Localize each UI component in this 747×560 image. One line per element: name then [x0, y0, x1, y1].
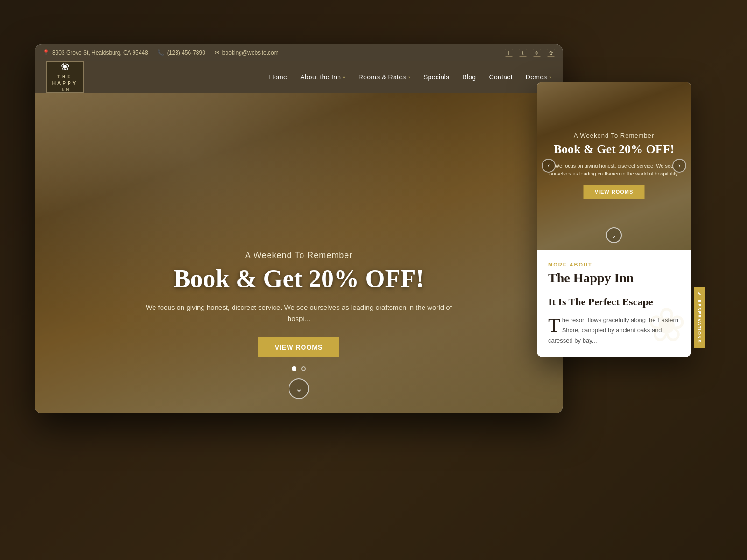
navbar: ❀ THE HAPPY INN Home About the Inn ▾ Roo…: [35, 61, 563, 93]
card-view-rooms-button[interactable]: View Rooms: [584, 185, 645, 199]
nav-link-blog[interactable]: Blog: [462, 73, 476, 81]
phone-contact[interactable]: 📞 (123) 456-7890: [157, 49, 205, 56]
card-hero: ‹ › A Weekend To Remember Book & Get 20%…: [537, 82, 691, 250]
email-contact[interactable]: ✉ booking@website.com: [215, 49, 279, 56]
hero-content: A Weekend To Remember Book & Get 20% OFF…: [35, 251, 563, 357]
about-caret-icon: ▾: [343, 75, 345, 80]
card-about-section: ❀ MORE ABOUT The Happy Inn It Is The Per…: [537, 250, 691, 357]
nav-link-specials[interactable]: Specials: [423, 73, 449, 81]
card-about-tag: MORE ABOUT: [548, 262, 680, 267]
hero-title: Book & Get 20% OFF!: [72, 265, 525, 293]
rooms-caret-icon: ▾: [408, 75, 410, 80]
nav-item-demos[interactable]: Demos ▾: [526, 73, 551, 81]
facebook-icon[interactable]: f: [505, 49, 513, 57]
card-about-section-title: It Is The Perfect Escape: [548, 295, 680, 309]
logo-text: THE HAPPY INN: [49, 74, 80, 92]
phone-text: (123) 456-7890: [167, 49, 205, 56]
hero-section: A Weekend To Remember Book & Get 20% OFF…: [35, 93, 563, 413]
email-icon: ✉: [215, 49, 219, 56]
reservations-tab-about[interactable]: ✎ RESERVATIONS: [694, 287, 705, 348]
nav-item-specials[interactable]: Specials: [423, 73, 449, 81]
logo-area[interactable]: ❀ THE HAPPY INN: [46, 61, 84, 93]
pencil-icon-2: ✎: [697, 292, 702, 297]
nav-item-contact[interactable]: Contact: [489, 73, 512, 81]
slider-dot-1[interactable]: [292, 366, 296, 371]
nav-item-blog[interactable]: Blog: [462, 73, 476, 81]
card-about-body: T he resort flows gracefully along the E…: [548, 315, 680, 346]
logo-name-line2: INN: [49, 87, 80, 92]
card-hero-title: Book & Get 20% OFF!: [545, 142, 684, 156]
overlay-card: ‹ › A Weekend To Remember Book & Get 20%…: [537, 82, 691, 357]
top-bar-left: 📍 8903 Grove St, Healdsburg, CA 95448 📞 …: [42, 49, 495, 56]
card-hero-description: We focus on giving honest, discreet serv…: [545, 162, 684, 178]
logo-name-line1: THE HAPPY: [49, 74, 80, 87]
nav-link-contact[interactable]: Contact: [489, 73, 512, 81]
card-scroll-down-button[interactable]: ⌄: [606, 227, 622, 243]
slider-dots: [292, 366, 306, 371]
location-icon: 📍: [42, 49, 49, 56]
nav-item-rooms[interactable]: Rooms & Rates ▾: [359, 73, 410, 81]
slider-dot-2[interactable]: [301, 366, 306, 371]
nav-item-home[interactable]: Home: [269, 73, 288, 81]
tripadvisor-icon[interactable]: ✈: [533, 49, 541, 57]
yelp-icon[interactable]: ✿: [547, 49, 555, 57]
chevron-down-icon: ⌄: [296, 384, 303, 394]
logo-icon: ❀: [61, 62, 69, 72]
logo-box: ❀ THE HAPPY INN: [46, 61, 84, 93]
card-chevron-down-icon: ⌄: [611, 231, 617, 239]
phone-icon: 📞: [157, 49, 164, 56]
drop-cap: T: [548, 318, 560, 334]
card-hero-content: A Weekend To Remember Book & Get 20% OFF…: [545, 132, 684, 199]
top-bar: 📍 8903 Grove St, Healdsburg, CA 95448 📞 …: [35, 44, 563, 61]
nav-links: Home About the Inn ▾ Rooms & Rates ▾ Spe…: [269, 73, 551, 81]
scroll-down-button[interactable]: ⌄: [289, 378, 309, 399]
nav-item-about[interactable]: About the Inn ▾: [300, 73, 345, 81]
reservations-tab-about-label: RESERVATIONS: [697, 300, 702, 343]
email-text: booking@website.com: [222, 49, 279, 56]
hero-description: We focus on giving honest, discreet serv…: [140, 302, 458, 324]
card-hero-subtitle: A Weekend To Remember: [545, 132, 684, 139]
hero-subtitle: A Weekend To Remember: [72, 251, 525, 260]
browser-window: 📍 8903 Grove St, Healdsburg, CA 95448 📞 …: [35, 44, 563, 413]
nav-link-home[interactable]: Home: [269, 73, 288, 81]
view-rooms-button[interactable]: View Rooms: [258, 337, 340, 357]
demos-caret-icon: ▾: [549, 75, 551, 80]
nav-link-demos[interactable]: Demos ▾: [526, 73, 551, 81]
address-contact: 📍 8903 Grove St, Healdsburg, CA 95448: [42, 49, 148, 56]
twitter-icon[interactable]: t: [519, 49, 527, 57]
social-links: f t ✈ ✿: [505, 49, 555, 57]
nav-link-rooms[interactable]: Rooms & Rates ▾: [359, 73, 410, 81]
address-text: 8903 Grove St, Healdsburg, CA 95448: [52, 49, 148, 56]
card-about-title: The Happy Inn: [548, 270, 680, 286]
card-about-text: he resort flows gracefully along the Eas…: [548, 316, 678, 344]
nav-link-about[interactable]: About the Inn ▾: [300, 73, 345, 81]
